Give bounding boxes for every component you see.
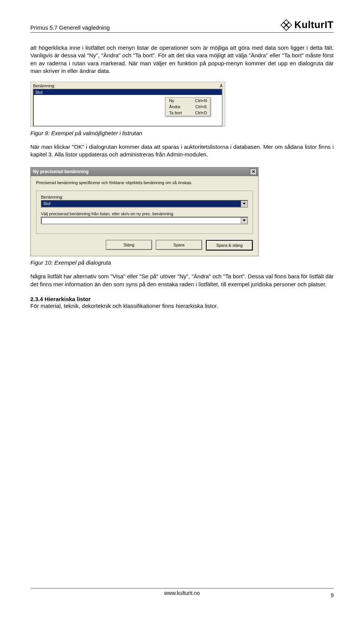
section-heading: 2.3.4 Hierarkiska listor [30,296,334,302]
paragraph-2: När man klickar "OK" i dialogrutan komme… [30,143,334,159]
stang-button[interactable]: Stäng [106,240,152,250]
doc-title: Primus 5.7 Generell vägledning [30,24,110,31]
dialog-title: Ny preciserad benämning [33,169,89,174]
preciserad-combo[interactable] [41,217,248,224]
figure-10-dialog: Ny preciserad benämning ✕ Preciserad ben… [30,167,259,257]
fig9-listbox[interactable]: Stol Ny Ctrl+N Ändra Ctrl+E Ta bort Ctrl… [33,89,223,126]
brand-name: KulturIT [294,19,334,31]
dialog-button-row: Stäng Spara Spara & stäng [36,240,253,251]
footer-url: www.kulturit.no [164,590,200,596]
close-button[interactable]: ✕ [250,169,257,175]
fig9-label-right: Ä [220,84,223,88]
figure-10-caption: Figur 10: Exempel på dialogruta [30,259,334,266]
logo-icon [281,19,292,31]
svg-marker-4 [243,203,246,205]
context-menu: Ny Ctrl+N Ändra Ctrl+E Ta bort Ctrl+D [165,97,210,116]
section-text: För material, teknik, dekorteknik och kl… [30,302,334,310]
benamning-combo[interactable]: Stol [41,200,248,208]
paragraph-3: Några listfält har alternativ som "Visa"… [30,273,334,288]
fig9-label: Benämning: [33,84,55,88]
page-number: 9 [331,592,334,598]
context-menu-item-tabort[interactable]: Ta bort Ctrl+D [165,110,210,116]
dialog-help-text: Preciserad benämning specificerar och fö… [36,180,253,186]
page-header: Primus 5.7 Generell vägledning KulturIT [30,19,334,33]
paragraph-1: att högerklicka inne i listfältet och me… [30,44,334,75]
field1-label: Benämning: [41,195,248,199]
figure-9: Benämning: Ä Stol Ny Ctrl+N Ändra Ctrl+E… [30,82,225,127]
svg-marker-5 [243,219,246,221]
dropdown-arrow-icon[interactable] [241,201,247,207]
context-menu-item-ny[interactable]: Ny Ctrl+N [165,98,210,104]
brand-logo: KulturIT [281,19,334,31]
preciserad-value [42,218,241,224]
dialog-group: Benämning: Stol Välj preciserad benämnin… [36,191,253,234]
benamning-value: Stol [42,201,241,207]
fig9-selected-row[interactable]: Stol [34,90,222,95]
dropdown-arrow-icon[interactable] [241,218,247,224]
spara-button[interactable]: Spara [156,240,202,250]
dialog-titlebar: Ny preciserad benämning ✕ [31,167,258,176]
page-footer: www.kulturit.no 9 [30,588,334,596]
figure-9-caption: Figur 9: Exempel på valmöjligheter i lis… [30,130,334,136]
spara-stang-button[interactable]: Spara & stäng [206,240,253,251]
field2-label: Välj preciserad benämning från listan, e… [41,211,248,216]
close-icon: ✕ [252,170,255,174]
context-menu-item-andra[interactable]: Ändra Ctrl+E [165,104,210,110]
